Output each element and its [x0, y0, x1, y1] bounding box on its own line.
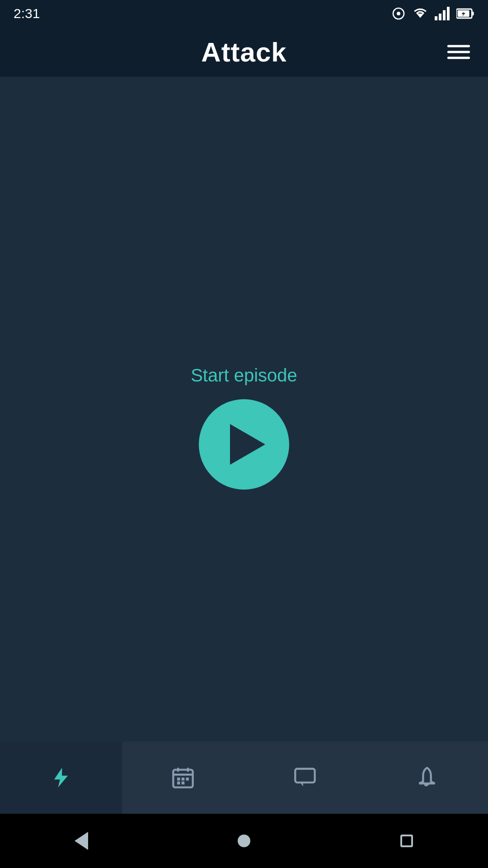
menu-line-2 — [447, 51, 470, 53]
svg-rect-3 — [435, 16, 437, 20]
status-time: 2:31 — [14, 6, 40, 21]
system-nav — [0, 814, 488, 868]
status-icons — [391, 6, 474, 21]
svg-rect-4 — [439, 14, 441, 20]
recent-icon — [400, 835, 413, 847]
bell-icon — [415, 766, 439, 789]
svg-rect-19 — [182, 782, 185, 785]
play-button[interactable] — [199, 399, 289, 490]
status-bar: 2:31 — [0, 0, 488, 27]
wifi-icon — [411, 6, 429, 21]
svg-rect-15 — [177, 778, 180, 781]
svg-point-1 — [397, 12, 400, 15]
svg-rect-5 — [443, 10, 446, 21]
menu-line-1 — [447, 45, 470, 47]
calendar-icon — [171, 766, 195, 789]
svg-rect-16 — [182, 778, 185, 781]
back-icon — [75, 832, 88, 850]
chat-icon — [293, 766, 317, 789]
svg-rect-8 — [472, 12, 474, 16]
svg-rect-18 — [177, 782, 180, 785]
nav-item-chat[interactable] — [244, 741, 366, 814]
home-icon — [238, 835, 250, 847]
back-button[interactable] — [68, 827, 95, 854]
nav-item-calendar[interactable] — [122, 741, 244, 814]
main-content: Start episode — [0, 77, 488, 778]
menu-line-3 — [447, 57, 470, 59]
app-title: Attack — [201, 37, 286, 68]
svg-rect-20 — [295, 769, 314, 783]
svg-marker-2 — [417, 14, 424, 18]
nav-item-attack[interactable] — [0, 741, 122, 814]
start-episode-label: Start episode — [191, 365, 297, 386]
signal-icon — [435, 6, 451, 21]
bottom-nav — [0, 741, 488, 814]
nav-item-notifications[interactable] — [366, 741, 488, 814]
home-button[interactable] — [230, 827, 258, 854]
app-bar: Attack — [0, 27, 488, 77]
svg-rect-6 — [447, 7, 450, 20]
svg-rect-17 — [186, 778, 189, 781]
svg-marker-10 — [54, 768, 68, 787]
lightning-icon — [49, 766, 73, 789]
battery-icon — [456, 7, 474, 20]
sync-icon — [391, 6, 406, 21]
play-icon — [230, 424, 265, 465]
menu-button[interactable] — [447, 45, 470, 59]
recent-button[interactable] — [393, 827, 420, 854]
